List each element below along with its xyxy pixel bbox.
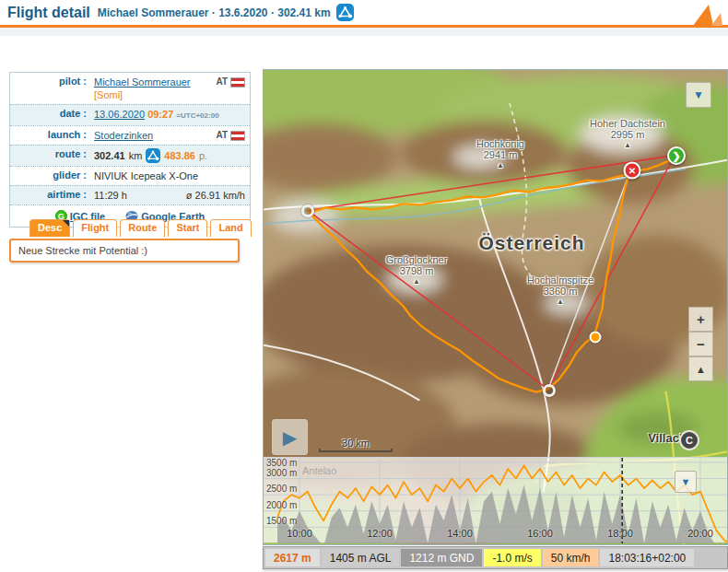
- time-readout: 18:03:16+02:00: [600, 549, 694, 566]
- header-band: [0, 28, 728, 36]
- info-row-airtime: airtime : 11:29 h ø 26.91 km/h: [10, 185, 250, 204]
- play-animation-button[interactable]: ▶: [272, 419, 308, 455]
- pan-up-button[interactable]: ▲: [688, 356, 713, 381]
- position-marker[interactable]: [590, 332, 602, 344]
- pilot-label: pilot :: [15, 76, 94, 101]
- avg-speed: ø 26.91 km/h: [186, 189, 245, 202]
- flight-map[interactable]: Hochkönig2941 m▲Hoher Dachstein2995 m▲Gr…: [263, 69, 728, 545]
- route-triangle-icon: [336, 4, 354, 21]
- launch-country-code: AT: [216, 129, 228, 142]
- info-row-route: route : 302.41 km 483.86 p.: [10, 145, 250, 166]
- flight-detail-page: Flight detail Michael Sommerauer · 13.6.…: [0, 0, 728, 572]
- zoom-out-button[interactable]: −: [688, 332, 713, 356]
- start-time: 09:27: [147, 109, 173, 120]
- chart-collapse-button[interactable]: ▼: [675, 471, 697, 493]
- info-row-pilot: pilot : Michael Sommerauer AT [Somi]: [10, 73, 250, 104]
- site-logo-icon[interactable]: [686, 4, 722, 26]
- page-title: Flight detail: [7, 5, 90, 21]
- flight-description: Neue Strecke mit Potential :): [9, 239, 240, 263]
- route-distance: 302.41: [94, 149, 125, 162]
- tab-flight[interactable]: Flight: [73, 219, 117, 237]
- detail-tabs: Desc Flight Route Start Land: [29, 219, 252, 237]
- chevron-down-icon: ▼: [693, 88, 704, 101]
- route-label: route :: [15, 148, 94, 163]
- glider-value: NIVIUK Icepeak X-One: [94, 169, 245, 182]
- route-points: 483.86: [164, 149, 195, 162]
- turnpoint-2[interactable]: [543, 384, 556, 397]
- agl-readout: 1405 m AGL: [322, 549, 400, 566]
- map-collapse-button[interactable]: ▼: [686, 82, 711, 108]
- attribution-button[interactable]: C: [679, 430, 699, 450]
- elevation-chart[interactable]: Antelao ▼ 3500 m3000 m2500 m2000 m1500 m…: [264, 457, 727, 543]
- airtime-label: airtime :: [15, 189, 94, 202]
- info-row-glider: glider : NIVIUK Icepeak X-One: [10, 166, 250, 185]
- tab-desc[interactable]: Desc: [29, 219, 70, 237]
- vario-readout: -1.0 m/s: [484, 549, 540, 566]
- route-distance-unit: km: [129, 149, 143, 162]
- flight-info-table: pilot : Michael Sommerauer AT [Somi] dat…: [9, 72, 251, 228]
- telemetry-status-bar: 2617 m 1405 m AGL 1212 m GND -1.0 m/s 50…: [263, 546, 728, 569]
- terrain-profile-area: [277, 485, 727, 543]
- pilot-nickname: [Somi]: [94, 88, 245, 101]
- zoom-in-button[interactable]: +: [688, 307, 713, 332]
- info-row-launch: launch : Stoderzinken AT: [10, 125, 250, 145]
- elevation-chart-canvas: [264, 458, 727, 543]
- route-type-icon: [146, 148, 160, 163]
- pilot-country-code: AT: [216, 76, 228, 88]
- turnpoint-1[interactable]: [301, 204, 314, 217]
- glider-label: glider :: [15, 169, 94, 182]
- play-icon: ▶: [283, 426, 297, 449]
- pilot-link[interactable]: Michael Sommerauer: [94, 76, 191, 88]
- tab-start[interactable]: Start: [168, 219, 207, 237]
- date-label: date :: [15, 108, 94, 123]
- map-zoom-controls: + − ▲: [688, 307, 713, 381]
- utc-offset: =UTC+02:00: [176, 111, 218, 120]
- launch-site-link[interactable]: Stoderzinken: [94, 130, 153, 141]
- gnd-readout: 1212 m GND: [401, 549, 482, 566]
- austria-flag-icon: [230, 77, 245, 88]
- start-marker[interactable]: ❯: [667, 146, 686, 165]
- flight-summary: Michael Sommerauer · 13.6.2020 · 302.41 …: [98, 6, 331, 19]
- speed-readout: 50 km/h: [543, 549, 599, 566]
- tab-land[interactable]: Land: [210, 219, 251, 237]
- route-points-unit: p.: [199, 149, 207, 162]
- austria-flag-icon: [230, 131, 245, 141]
- chevron-down-icon: ▼: [681, 476, 691, 487]
- launch-label: launch :: [15, 129, 94, 142]
- tab-route[interactable]: Route: [120, 219, 165, 237]
- info-row-date: date : 13.06.2020 09:27 =UTC+02:00: [10, 104, 250, 125]
- tab-corner-marker: [63, 220, 69, 227]
- airtime-value: 11:29 h: [94, 190, 127, 201]
- landing-marker[interactable]: ✕: [624, 162, 641, 180]
- page-header: Flight detail Michael Sommerauer · 13.6.…: [0, 0, 728, 28]
- altitude-readout: 2617 m: [265, 549, 320, 566]
- date-link[interactable]: 13.06.2020: [94, 109, 145, 120]
